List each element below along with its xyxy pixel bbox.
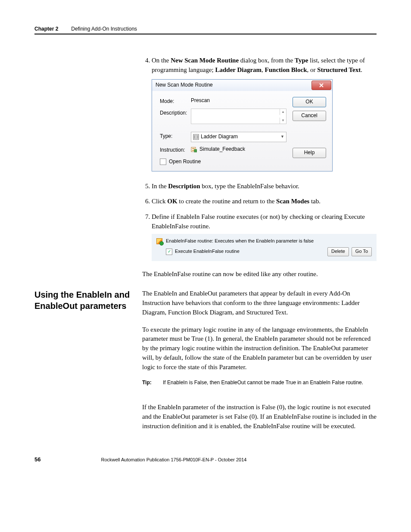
- step-list: On the New Scan Mode Routine dialog box,…: [142, 56, 377, 261]
- scroll-down-icon[interactable]: ▼: [280, 118, 286, 124]
- execute-checkbox-label: Execute EnableInFalse routine: [175, 248, 240, 255]
- delete-button[interactable]: Delete: [327, 247, 349, 256]
- scroll-up-icon[interactable]: ▲: [280, 109, 286, 115]
- page-footer: 56 Rockwell Automation Publication 1756-…: [34, 456, 377, 463]
- tip-text: If EnableIn is False, then EnableOut can…: [163, 380, 377, 386]
- cancel-button[interactable]: Cancel: [293, 111, 326, 121]
- open-routine-label: Open Routine: [169, 158, 201, 165]
- type-select[interactable]: Ladder Diagram ▼: [191, 132, 286, 142]
- instruction-label: Instruction:: [160, 146, 191, 154]
- para-1: The EnableIn and EnableOut parameters th…: [142, 289, 377, 317]
- open-routine-checkbox[interactable]: Open Routine: [160, 158, 201, 165]
- step-5: In the Description box, type the EnableI…: [152, 182, 377, 191]
- enableinfalse-panel: EnableInFalse routine: Executes when the…: [152, 234, 377, 261]
- description-label: Description:: [160, 109, 191, 117]
- close-button[interactable]: [311, 81, 331, 90]
- step-7: Define if EnableIn False routine execute…: [152, 212, 377, 261]
- tip-block: Tip: If EnableIn is False, then EnableOu…: [142, 380, 377, 386]
- type-value: Ladder Diagram: [201, 133, 238, 140]
- page-number: 56: [34, 456, 40, 463]
- svg-rect-7: [192, 148, 195, 149]
- section-heading: Using the EnableIn and EnableOut paramet…: [34, 289, 142, 311]
- execute-checkbox[interactable]: ✓: [166, 249, 172, 255]
- ok-button[interactable]: OK: [293, 97, 326, 107]
- svg-rect-9: [194, 149, 197, 152]
- routine-icon: [156, 238, 162, 244]
- goto-button[interactable]: Go To: [352, 247, 372, 256]
- after-panel-text: The EnableInFalse routine can now be edi…: [142, 270, 377, 279]
- publication-info: Rockwell Automation Publication 1756-PM0…: [101, 457, 246, 462]
- step-6: Click OK to create the routine and retur…: [152, 197, 377, 206]
- instruction-icon: [191, 146, 197, 152]
- chevron-down-icon: ▼: [280, 134, 284, 140]
- chapter-label: Chapter 2: [34, 26, 58, 32]
- panel-description: EnableInFalse routine: Executes when the…: [166, 238, 314, 245]
- step-4: On the New Scan Mode Routine dialog box,…: [152, 56, 377, 171]
- close-icon: [319, 83, 324, 88]
- ladder-diagram-icon: [193, 134, 199, 140]
- chapter-title: Defining Add-On Instructions: [71, 26, 137, 32]
- new-scan-mode-routine-dialog: New Scan Mode Routine Mode: Prescan: [152, 79, 333, 171]
- mode-value: Prescan: [191, 97, 210, 104]
- instruction-value: Simulate_Feedback: [199, 146, 245, 153]
- para-2: To execute the primary logic routine in …: [142, 325, 377, 372]
- mode-label: Mode:: [160, 97, 191, 105]
- type-label: Type:: [160, 132, 191, 140]
- page-header: Chapter 2 Defining Add-On Instructions: [34, 26, 377, 34]
- checkbox-unchecked-icon: [160, 159, 166, 165]
- tip-label: Tip:: [142, 380, 163, 386]
- help-button[interactable]: Help: [293, 148, 326, 158]
- para-3: If the EnableIn parameter of the instruc…: [142, 403, 377, 431]
- dialog-title: New Scan Mode Routine: [156, 81, 213, 89]
- description-input[interactable]: ▲ ▼: [191, 109, 286, 124]
